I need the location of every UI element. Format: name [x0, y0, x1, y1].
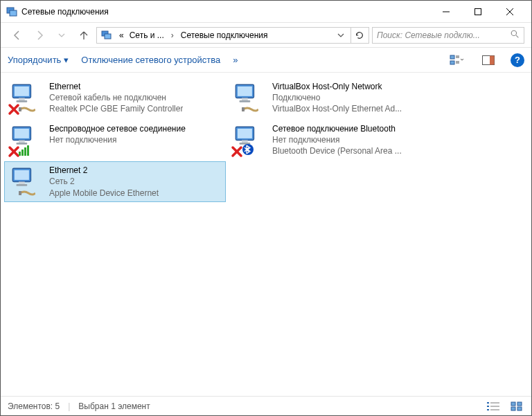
connection-status: Нет подключения [272, 134, 402, 145]
connection-sub-icon [19, 189, 35, 199]
connection-icon [232, 123, 265, 156]
location-icon [101, 30, 112, 41]
connection-icon [9, 123, 42, 156]
large-icons-view-button[interactable] [509, 400, 524, 413]
connection-status: Сеть 2 [49, 176, 159, 187]
refresh-button[interactable] [351, 28, 367, 43]
svg-rect-13 [450, 61, 454, 64]
connection-name: Ethernet 2 [49, 165, 159, 176]
svg-rect-59 [517, 402, 522, 406]
status-bar: Элементов: 5 | Выбран 1 элемент [1, 396, 531, 415]
search-input[interactable]: Поиск: Сетевые подклю... [372, 27, 524, 44]
svg-rect-10 [450, 55, 454, 59]
status-elements-count: Элементов: 5 [8, 401, 60, 411]
help-button[interactable]: ? [511, 53, 524, 67]
close-button[interactable] [494, 1, 526, 23]
view-options-button[interactable] [447, 52, 466, 69]
connection-name: Сетевое подключение Bluetooth [272, 123, 402, 134]
svg-rect-60 [511, 407, 515, 410]
connection-item[interactable]: Сетевое подключение Bluetooth Нет подклю… [227, 120, 449, 161]
svg-rect-58 [511, 402, 515, 406]
svg-rect-51 [19, 191, 21, 195]
svg-rect-27 [242, 98, 248, 101]
connection-sub-icon [242, 105, 258, 116]
search-icon [511, 30, 520, 41]
svg-rect-20 [19, 98, 25, 101]
svg-rect-19 [15, 87, 29, 96]
connection-item[interactable]: Ethernet Сетевой кабель не подключен Rea… [4, 78, 226, 118]
back-button[interactable] [8, 26, 27, 45]
connection-adapter: Apple Mobile Device Ethernet [49, 188, 159, 199]
disable-device-button[interactable]: Отключение сетевого устройства [81, 55, 220, 65]
connection-adapter: Realtek PCIe GBE Family Controller [49, 103, 183, 114]
connection-status: Нет подключения [49, 134, 186, 145]
connections-list: Ethernet Сетевой кабель не подключен Rea… [1, 73, 531, 396]
maximize-button[interactable] [462, 1, 494, 23]
svg-rect-39 [27, 145, 29, 156]
svg-rect-38 [24, 147, 26, 156]
connection-name: VirtualBox Host-Only Network [272, 81, 402, 92]
connection-sub-icon [19, 105, 35, 116]
connection-adapter: VirtualBox Host-Only Ethernet Ad... [272, 103, 402, 114]
details-view-button[interactable] [486, 400, 501, 413]
svg-rect-37 [21, 150, 24, 156]
connection-status: Сетевой кабель не подключен [49, 92, 183, 103]
svg-rect-24 [19, 107, 21, 111]
svg-rect-49 [19, 182, 25, 185]
command-bar: Упорядочить ▾ Отключение сетевого устрой… [1, 48, 531, 73]
svg-rect-17 [490, 55, 495, 64]
navbar: « Сеть и ... › Сетевые подключения Поиск… [1, 23, 531, 48]
svg-rect-41 [238, 128, 252, 138]
organize-button[interactable]: Упорядочить ▾ [8, 55, 69, 65]
minimize-button[interactable] [430, 1, 462, 23]
window-title: Сетевые подключения [21, 7, 430, 17]
dropdown-arrow-icon: ▾ [64, 55, 69, 65]
svg-line-9 [516, 35, 518, 37]
more-commands-button[interactable]: » [233, 55, 238, 65]
up-button[interactable] [74, 26, 94, 45]
breadcrumb-part1[interactable]: Сеть и ... [128, 30, 166, 40]
connection-item[interactable]: VirtualBox Host-Only Network Подключено … [227, 78, 449, 118]
svg-rect-21 [17, 100, 28, 102]
breadcrumb-part2[interactable]: Сетевые подключения [179, 30, 269, 40]
connection-icon [9, 165, 42, 198]
svg-rect-61 [517, 407, 522, 410]
svg-rect-28 [240, 100, 251, 102]
connection-adapter: Bluetooth Device (Personal Area ... [272, 145, 402, 156]
svg-rect-31 [15, 128, 29, 138]
svg-rect-29 [242, 107, 245, 111]
connection-name: Ethernet [49, 81, 183, 92]
forward-button[interactable] [30, 26, 49, 45]
titlebar: Сетевые подключения [1, 1, 531, 23]
svg-rect-26 [238, 87, 252, 96]
connection-sub-icon [19, 145, 34, 158]
svg-rect-42 [242, 140, 248, 143]
connection-item[interactable]: Ethernet 2 Сеть 2 Apple Mobile Device Et… [4, 161, 226, 202]
status-selected-count: Выбран 1 элемент [78, 401, 150, 411]
breadcrumb-prefix: « [118, 30, 125, 40]
svg-rect-1 [10, 10, 17, 16]
recent-button[interactable] [52, 26, 71, 45]
connection-item[interactable]: Беспроводное сетевое соединение Нет подк… [4, 120, 226, 161]
search-placeholder: Поиск: Сетевые подклю... [377, 30, 506, 40]
preview-pane-button[interactable] [479, 52, 498, 69]
history-dropdown-button[interactable] [334, 28, 348, 43]
svg-rect-7 [105, 34, 111, 39]
connection-status: Подключено [272, 92, 402, 103]
chevron-right-icon[interactable]: › [168, 30, 177, 40]
svg-rect-3 [475, 8, 481, 15]
app-icon [6, 6, 17, 17]
address-bar[interactable]: « Сеть и ... › Сетевые подключения [96, 27, 369, 44]
svg-rect-32 [19, 140, 25, 143]
connection-icon [9, 81, 42, 114]
connection-icon [232, 81, 265, 114]
connection-sub-icon [242, 143, 254, 158]
svg-rect-36 [19, 152, 21, 156]
svg-rect-48 [15, 170, 29, 180]
svg-point-8 [511, 30, 516, 35]
svg-rect-50 [17, 184, 28, 186]
connection-name: Беспроводное сетевое соединение [49, 123, 186, 134]
